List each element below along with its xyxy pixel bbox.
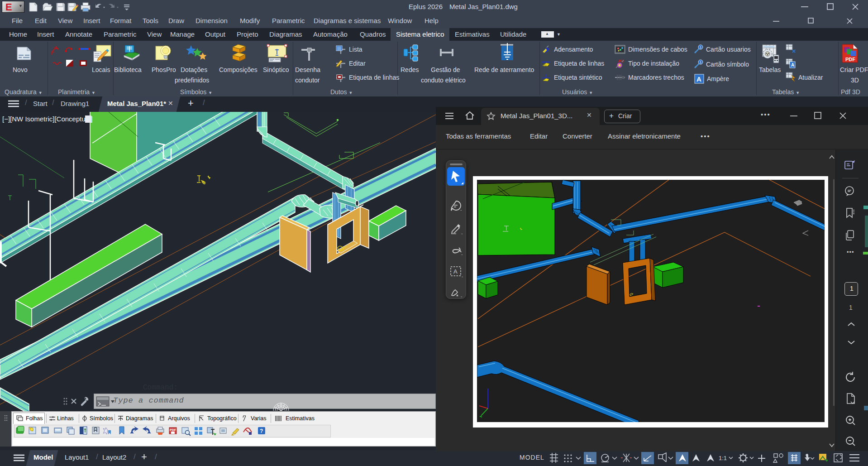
svg-text:A: A (696, 75, 701, 83)
svg-text:PDF: PDF (170, 428, 176, 432)
svg-text:1:1: 1:1 (719, 455, 727, 461)
svg-text:PDF: PDF (845, 57, 855, 62)
svg-text:Command:: Command: (143, 384, 178, 392)
svg-text:?: ? (260, 428, 263, 434)
svg-text:A: A (453, 268, 458, 275)
svg-text:1: 1 (700, 61, 701, 64)
svg-text:A: A (791, 62, 794, 67)
svg-text:[−][NW Isometric][Conceptual]: [−][NW Isometric][Conceptual] (2, 115, 93, 123)
svg-text:1: 1 (700, 46, 701, 49)
